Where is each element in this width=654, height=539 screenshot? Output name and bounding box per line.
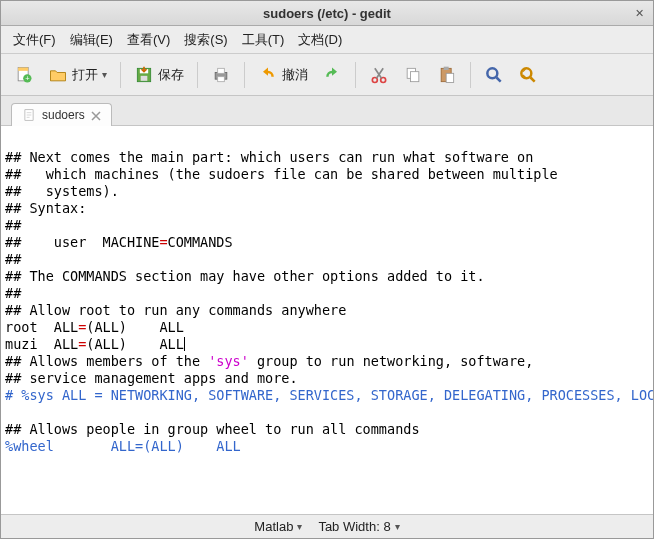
menu-view[interactable]: 查看(V) (121, 28, 176, 52)
editor-area[interactable]: ## Next comes the main part: which users… (1, 126, 653, 514)
code-line: ## (5, 217, 21, 233)
close-icon[interactable]: ✕ (631, 5, 647, 21)
svg-rect-6 (141, 75, 148, 80)
svg-rect-8 (218, 68, 225, 73)
tab-sudoers[interactable]: sudoers (11, 103, 112, 126)
code-text: (ALL) ALL (86, 319, 184, 335)
chevron-down-icon: ▾ (102, 69, 107, 80)
undo-icon (258, 65, 278, 85)
menu-search[interactable]: 搜索(S) (178, 28, 233, 52)
code-line: ## (5, 251, 21, 267)
cut-button[interactable] (364, 60, 394, 90)
undo-label: 撤消 (282, 66, 308, 84)
separator (197, 62, 198, 88)
code-line: ## (5, 285, 21, 301)
new-file-icon: + (14, 65, 34, 85)
code-line: %wheel ALL=(ALL) ALL (5, 438, 241, 454)
code-text: ## Allows members of the (5, 353, 208, 369)
code-text: muzi ALL (5, 336, 78, 352)
tab-label: sudoers (42, 108, 85, 122)
language-label: Matlab (254, 519, 293, 534)
code-text: root ALL (5, 319, 78, 335)
code-string: 'sys' (208, 353, 249, 369)
svg-rect-16 (446, 73, 454, 82)
code-text: COMMANDS (168, 234, 233, 250)
svg-point-18 (521, 68, 531, 78)
replace-icon (518, 65, 538, 85)
cut-icon (369, 65, 389, 85)
open-folder-icon (48, 65, 68, 85)
language-selector[interactable]: Matlab ▾ (254, 519, 302, 534)
code-line: ## The COMMANDS section may have other o… (5, 268, 485, 284)
code-line: ## Allows people in group wheel to run a… (5, 421, 420, 437)
code-line: ## service management apps and more. (5, 370, 298, 386)
search-icon (484, 65, 504, 85)
code-text: (ALL) ALL (86, 336, 184, 352)
separator (120, 62, 121, 88)
code-text: ## user MACHINE (5, 234, 159, 250)
code-line: ## Next comes the main part: which users… (5, 149, 533, 165)
titlebar: sudoers (/etc) - gedit ✕ (1, 1, 653, 26)
copy-icon (403, 65, 423, 85)
code-line: ## systems). (5, 183, 119, 199)
menu-tools[interactable]: 工具(T) (236, 28, 291, 52)
code-line: ## which machines (the sudoers file can … (5, 166, 558, 182)
svg-rect-15 (444, 66, 449, 69)
save-label: 保存 (158, 66, 184, 84)
open-label: 打开 (72, 66, 98, 84)
undo-button[interactable]: 撤消 (253, 60, 313, 90)
text-cursor (184, 337, 185, 351)
save-icon (134, 65, 154, 85)
svg-rect-13 (411, 71, 419, 81)
print-button[interactable] (206, 60, 236, 90)
separator (355, 62, 356, 88)
print-icon (211, 65, 231, 85)
chevron-down-icon: ▾ (297, 521, 302, 532)
open-button[interactable]: 打开 ▾ (43, 60, 112, 90)
menu-edit[interactable]: 编辑(E) (64, 28, 119, 52)
save-button[interactable]: 保存 (129, 60, 189, 90)
menu-documents[interactable]: 文档(D) (292, 28, 348, 52)
svg-rect-9 (218, 76, 225, 81)
find-button[interactable] (479, 60, 509, 90)
code-line: ## Syntax: (5, 200, 86, 216)
paste-icon (437, 65, 457, 85)
code-op: = (159, 234, 167, 250)
window-title: sudoers (/etc) - gedit (1, 6, 653, 21)
separator (470, 62, 471, 88)
separator (244, 62, 245, 88)
tab-close-icon[interactable] (91, 110, 101, 120)
statusbar: Matlab ▾ Tab Width: 8 ▾ (1, 514, 653, 538)
code-line: ## Allow root to run any commands anywhe… (5, 302, 346, 318)
redo-icon (322, 65, 342, 85)
new-button[interactable]: + (9, 60, 39, 90)
replace-button[interactable] (513, 60, 543, 90)
tabwidth-selector[interactable]: Tab Width: 8 ▾ (318, 519, 399, 534)
redo-button[interactable] (317, 60, 347, 90)
chevron-down-icon: ▾ (395, 521, 400, 532)
tabwidth-label: Tab Width: 8 (318, 519, 390, 534)
menubar: 文件(F) 编辑(E) 查看(V) 搜索(S) 工具(T) 文档(D) (1, 26, 653, 54)
menu-file[interactable]: 文件(F) (7, 28, 62, 52)
paste-button[interactable] (432, 60, 462, 90)
copy-button[interactable] (398, 60, 428, 90)
svg-text:+: + (25, 73, 30, 82)
code-text: group to run networking, software, (249, 353, 533, 369)
tabbar: sudoers (1, 96, 653, 126)
file-icon (22, 108, 36, 122)
svg-rect-1 (18, 67, 28, 70)
toolbar: + 打开 ▾ 保存 撤消 (1, 54, 653, 96)
code-comment: # %sys ALL = NETWORKING, SOFTWARE, SERVI… (5, 387, 653, 403)
svg-point-17 (487, 68, 497, 78)
